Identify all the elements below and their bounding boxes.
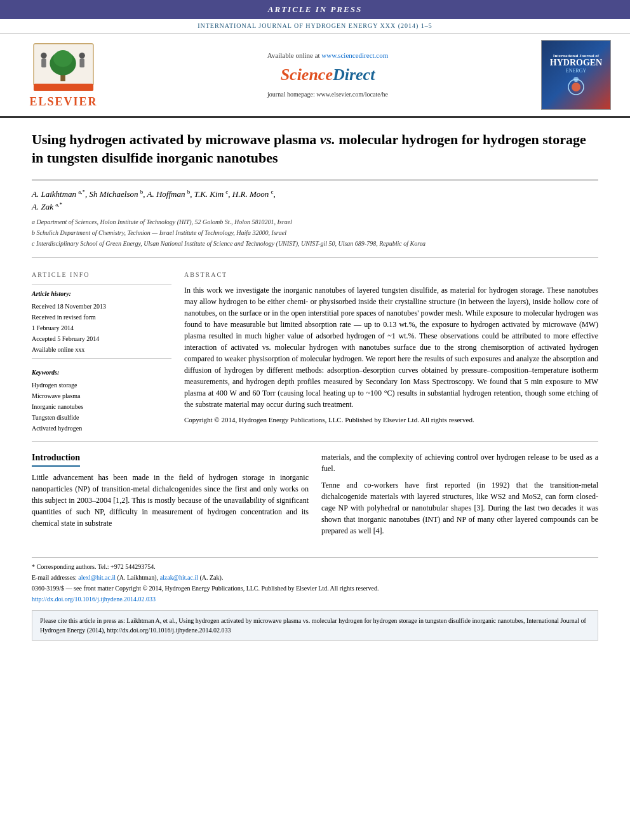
svg-rect-7 [79, 58, 84, 67]
accepted-date: Accepted 5 February 2014 [32, 333, 171, 344]
elsevier-tree-icon [29, 41, 98, 91]
affiliations: a Department of Sciences, Holon Institut… [32, 217, 598, 258]
svg-point-6 [79, 52, 84, 58]
citation-box: Please cite this article in press as: La… [32, 610, 598, 641]
authors-line: A. Laikhtman a,*, Sh Michaelson b, A. Ho… [32, 188, 598, 213]
affiliation-c: c Interdisciplinary School of Green Ener… [32, 239, 598, 248]
abstract-column: ABSTRACT In this work we investigate the… [184, 270, 598, 434]
abstract-heading: ABSTRACT [184, 270, 598, 279]
received-revised-label: Received in revised form [32, 312, 171, 323]
cover-graphic-icon [557, 74, 595, 97]
email2-link[interactable]: alzak@hit.ac.il [160, 574, 198, 581]
divider-1 [32, 284, 171, 285]
keyword-3: Inorganic nanotubes [32, 401, 171, 412]
svg-rect-5 [41, 58, 46, 67]
article-info-heading: ARTICLE INFO [32, 270, 171, 279]
corresponding-author-note: * Corresponding authors. Tel.: +972 5442… [32, 562, 598, 571]
doi-line: http://dx.doi.org/10.1016/j.ijhydene.201… [32, 594, 598, 604]
svg-point-4 [41, 52, 46, 58]
article-title-section: Using hydrogen activated by microwave pl… [32, 118, 598, 180]
email-addresses: E-mail addresses: alexl@hit.ac.il (A. La… [32, 573, 598, 582]
article-in-press-banner: ARTICLE IN PRESS [0, 0, 630, 19]
abstract-text: In this work we investigate the inorgani… [184, 284, 598, 410]
email-label: E-mail addresses: [32, 574, 77, 581]
author1-parens: (A. Laikhtman), [117, 574, 158, 581]
direct-text: Direct [333, 65, 375, 84]
journal-cover-image: International Journal of HYDROGEN ENERGY [541, 40, 611, 110]
affiliation-b: b Schulich Department of Chemistry, Tech… [32, 228, 598, 237]
sciencedirect-url: www.sciencedirect.com [321, 51, 388, 59]
svg-point-10 [572, 83, 580, 91]
article-title: Using hydrogen activated by microwave pl… [32, 131, 598, 167]
footnotes-section: * Corresponding authors. Tel.: +972 5442… [32, 557, 598, 604]
journal-header: ELSEVIER Available online at www.science… [0, 34, 630, 118]
available-online-text: Available online at www.sciencedirect.co… [127, 51, 528, 60]
elsevier-wordmark: ELSEVIER [29, 94, 97, 110]
revised-date: 1 February 2014 [32, 323, 171, 333]
introduction-heading: Introduction [32, 451, 80, 467]
header-center: Available online at www.sciencedirect.co… [114, 51, 541, 99]
issn-line: 0360-3199/$ — see front matter Copyright… [32, 583, 598, 593]
author2-parens: (A. Zak). [199, 574, 223, 581]
doi-link[interactable]: http://dx.doi.org/10.1016/j.ijhydene.201… [32, 596, 156, 603]
keyword-4: Tungsten disulfide [32, 412, 171, 423]
available-online: Available online xxx [32, 344, 171, 355]
journal-title-bar: INTERNATIONAL JOURNAL OF HYDROGEN ENERGY… [0, 19, 630, 34]
history-title: Article history: [32, 288, 171, 299]
introduction-section: Introduction Little advancement has been… [32, 442, 598, 551]
keywords-section: Keywords: Hydrogen storage Microwave pla… [32, 368, 171, 434]
received-date: Received 18 November 2013 [32, 301, 171, 312]
introduction-left: Introduction Little advancement has been… [32, 451, 309, 542]
authors-section: A. Laikhtman a,*, Sh Michaelson b, A. Ho… [32, 180, 598, 263]
cover-hydrogen-text: HYDROGEN [550, 58, 602, 67]
science-text: Science [281, 65, 333, 84]
svg-point-3 [53, 50, 72, 67]
elsevier-logo: ELSEVIER [13, 41, 114, 110]
cover-energy-text: ENERGY [566, 67, 586, 74]
keywords-title: Keywords: [32, 368, 171, 377]
email1-link[interactable]: alexl@hit.ac.il [78, 574, 116, 581]
affiliation-a: a Department of Sciences, Holon Institut… [32, 217, 598, 227]
svg-rect-8 [34, 83, 93, 90]
divider-2 [32, 358, 171, 359]
journal-cover-right: International Journal of HYDROGEN ENERGY [541, 40, 617, 110]
abstract-copyright: Copyright © 2014, Hydrogen Energy Public… [184, 415, 598, 425]
article-history: Article history: Received 18 November 20… [32, 288, 171, 355]
keyword-2: Microwave plasma [32, 390, 171, 401]
keyword-5: Activated hydrogen [32, 423, 171, 434]
introduction-right: materials, and the complexity of achievi… [321, 451, 598, 542]
article-info-abstract-section: ARTICLE INFO Article history: Received 1… [32, 263, 598, 442]
introduction-para2: materials, and the complexity of achievi… [321, 451, 598, 537]
journal-homepage: journal homepage: www.elsevier.com/locat… [127, 90, 528, 99]
article-info-column: ARTICLE INFO Article history: Received 1… [32, 270, 171, 434]
keyword-1: Hydrogen storage [32, 380, 171, 390]
introduction-para1: Little advancement has been made in the … [32, 472, 309, 529]
sciencedirect-logo: ScienceDirect [127, 63, 528, 86]
introduction-two-col: Introduction Little advancement has been… [32, 451, 598, 542]
main-content: Using hydrogen activated by microwave pl… [0, 118, 630, 641]
